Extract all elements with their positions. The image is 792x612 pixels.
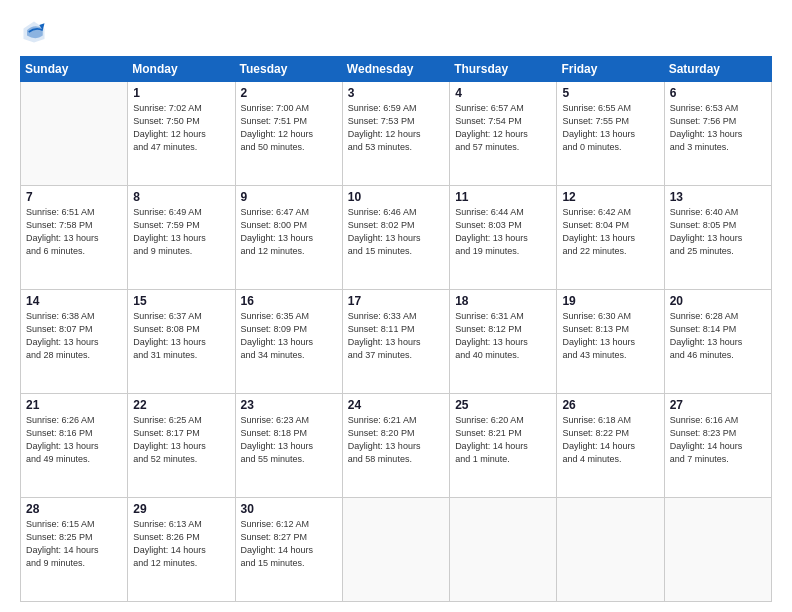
day-number: 8 <box>133 190 229 204</box>
day-number: 17 <box>348 294 444 308</box>
day-cell <box>664 498 771 602</box>
day-info: Sunrise: 6:21 AMSunset: 8:20 PMDaylight:… <box>348 414 444 466</box>
calendar-table: SundayMondayTuesdayWednesdayThursdayFrid… <box>20 56 772 602</box>
week-row-0: 1Sunrise: 7:02 AMSunset: 7:50 PMDaylight… <box>21 82 772 186</box>
logo <box>20 18 52 46</box>
weekday-header-row: SundayMondayTuesdayWednesdayThursdayFrid… <box>21 57 772 82</box>
day-number: 24 <box>348 398 444 412</box>
day-number: 22 <box>133 398 229 412</box>
day-number: 19 <box>562 294 658 308</box>
day-info: Sunrise: 6:28 AMSunset: 8:14 PMDaylight:… <box>670 310 766 362</box>
day-cell: 21Sunrise: 6:26 AMSunset: 8:16 PMDayligh… <box>21 394 128 498</box>
day-info: Sunrise: 6:16 AMSunset: 8:23 PMDaylight:… <box>670 414 766 466</box>
day-number: 27 <box>670 398 766 412</box>
day-info: Sunrise: 6:57 AMSunset: 7:54 PMDaylight:… <box>455 102 551 154</box>
day-info: Sunrise: 6:40 AMSunset: 8:05 PMDaylight:… <box>670 206 766 258</box>
day-number: 10 <box>348 190 444 204</box>
day-cell: 20Sunrise: 6:28 AMSunset: 8:14 PMDayligh… <box>664 290 771 394</box>
day-info: Sunrise: 6:42 AMSunset: 8:04 PMDaylight:… <box>562 206 658 258</box>
day-info: Sunrise: 6:20 AMSunset: 8:21 PMDaylight:… <box>455 414 551 466</box>
day-cell: 25Sunrise: 6:20 AMSunset: 8:21 PMDayligh… <box>450 394 557 498</box>
day-cell: 24Sunrise: 6:21 AMSunset: 8:20 PMDayligh… <box>342 394 449 498</box>
day-cell: 27Sunrise: 6:16 AMSunset: 8:23 PMDayligh… <box>664 394 771 498</box>
day-number: 4 <box>455 86 551 100</box>
day-cell: 12Sunrise: 6:42 AMSunset: 8:04 PMDayligh… <box>557 186 664 290</box>
day-number: 1 <box>133 86 229 100</box>
day-number: 21 <box>26 398 122 412</box>
day-number: 2 <box>241 86 337 100</box>
day-info: Sunrise: 6:55 AMSunset: 7:55 PMDaylight:… <box>562 102 658 154</box>
day-cell: 7Sunrise: 6:51 AMSunset: 7:58 PMDaylight… <box>21 186 128 290</box>
day-number: 9 <box>241 190 337 204</box>
day-cell: 30Sunrise: 6:12 AMSunset: 8:27 PMDayligh… <box>235 498 342 602</box>
day-cell: 6Sunrise: 6:53 AMSunset: 7:56 PMDaylight… <box>664 82 771 186</box>
day-cell: 17Sunrise: 6:33 AMSunset: 8:11 PMDayligh… <box>342 290 449 394</box>
weekday-thursday: Thursday <box>450 57 557 82</box>
day-cell: 18Sunrise: 6:31 AMSunset: 8:12 PMDayligh… <box>450 290 557 394</box>
day-info: Sunrise: 6:51 AMSunset: 7:58 PMDaylight:… <box>26 206 122 258</box>
week-row-4: 28Sunrise: 6:15 AMSunset: 8:25 PMDayligh… <box>21 498 772 602</box>
day-cell: 14Sunrise: 6:38 AMSunset: 8:07 PMDayligh… <box>21 290 128 394</box>
day-cell <box>450 498 557 602</box>
day-info: Sunrise: 6:30 AMSunset: 8:13 PMDaylight:… <box>562 310 658 362</box>
day-cell: 15Sunrise: 6:37 AMSunset: 8:08 PMDayligh… <box>128 290 235 394</box>
day-cell: 3Sunrise: 6:59 AMSunset: 7:53 PMDaylight… <box>342 82 449 186</box>
day-number: 20 <box>670 294 766 308</box>
day-info: Sunrise: 6:18 AMSunset: 8:22 PMDaylight:… <box>562 414 658 466</box>
day-cell: 8Sunrise: 6:49 AMSunset: 7:59 PMDaylight… <box>128 186 235 290</box>
day-info: Sunrise: 6:38 AMSunset: 8:07 PMDaylight:… <box>26 310 122 362</box>
day-cell: 13Sunrise: 6:40 AMSunset: 8:05 PMDayligh… <box>664 186 771 290</box>
day-info: Sunrise: 6:15 AMSunset: 8:25 PMDaylight:… <box>26 518 122 570</box>
day-cell: 5Sunrise: 6:55 AMSunset: 7:55 PMDaylight… <box>557 82 664 186</box>
day-info: Sunrise: 6:26 AMSunset: 8:16 PMDaylight:… <box>26 414 122 466</box>
day-number: 23 <box>241 398 337 412</box>
weekday-saturday: Saturday <box>664 57 771 82</box>
day-number: 11 <box>455 190 551 204</box>
weekday-sunday: Sunday <box>21 57 128 82</box>
day-cell: 23Sunrise: 6:23 AMSunset: 8:18 PMDayligh… <box>235 394 342 498</box>
day-info: Sunrise: 6:53 AMSunset: 7:56 PMDaylight:… <box>670 102 766 154</box>
day-number: 3 <box>348 86 444 100</box>
day-info: Sunrise: 6:49 AMSunset: 7:59 PMDaylight:… <box>133 206 229 258</box>
day-number: 14 <box>26 294 122 308</box>
day-info: Sunrise: 6:13 AMSunset: 8:26 PMDaylight:… <box>133 518 229 570</box>
weekday-wednesday: Wednesday <box>342 57 449 82</box>
day-info: Sunrise: 6:31 AMSunset: 8:12 PMDaylight:… <box>455 310 551 362</box>
day-cell: 1Sunrise: 7:02 AMSunset: 7:50 PMDaylight… <box>128 82 235 186</box>
day-info: Sunrise: 6:44 AMSunset: 8:03 PMDaylight:… <box>455 206 551 258</box>
day-number: 30 <box>241 502 337 516</box>
day-cell <box>21 82 128 186</box>
day-number: 13 <box>670 190 766 204</box>
day-info: Sunrise: 7:00 AMSunset: 7:51 PMDaylight:… <box>241 102 337 154</box>
day-cell: 4Sunrise: 6:57 AMSunset: 7:54 PMDaylight… <box>450 82 557 186</box>
day-number: 5 <box>562 86 658 100</box>
day-info: Sunrise: 6:23 AMSunset: 8:18 PMDaylight:… <box>241 414 337 466</box>
weekday-monday: Monday <box>128 57 235 82</box>
calendar-page: SundayMondayTuesdayWednesdayThursdayFrid… <box>0 0 792 612</box>
day-number: 26 <box>562 398 658 412</box>
day-info: Sunrise: 7:02 AMSunset: 7:50 PMDaylight:… <box>133 102 229 154</box>
day-cell: 29Sunrise: 6:13 AMSunset: 8:26 PMDayligh… <box>128 498 235 602</box>
day-info: Sunrise: 6:35 AMSunset: 8:09 PMDaylight:… <box>241 310 337 362</box>
weekday-tuesday: Tuesday <box>235 57 342 82</box>
day-number: 28 <box>26 502 122 516</box>
day-number: 25 <box>455 398 551 412</box>
logo-icon <box>20 18 48 46</box>
day-cell: 26Sunrise: 6:18 AMSunset: 8:22 PMDayligh… <box>557 394 664 498</box>
day-cell: 2Sunrise: 7:00 AMSunset: 7:51 PMDaylight… <box>235 82 342 186</box>
day-number: 6 <box>670 86 766 100</box>
day-cell: 19Sunrise: 6:30 AMSunset: 8:13 PMDayligh… <box>557 290 664 394</box>
day-cell: 28Sunrise: 6:15 AMSunset: 8:25 PMDayligh… <box>21 498 128 602</box>
day-info: Sunrise: 6:46 AMSunset: 8:02 PMDaylight:… <box>348 206 444 258</box>
week-row-2: 14Sunrise: 6:38 AMSunset: 8:07 PMDayligh… <box>21 290 772 394</box>
day-cell: 22Sunrise: 6:25 AMSunset: 8:17 PMDayligh… <box>128 394 235 498</box>
day-info: Sunrise: 6:59 AMSunset: 7:53 PMDaylight:… <box>348 102 444 154</box>
week-row-3: 21Sunrise: 6:26 AMSunset: 8:16 PMDayligh… <box>21 394 772 498</box>
day-cell: 10Sunrise: 6:46 AMSunset: 8:02 PMDayligh… <box>342 186 449 290</box>
day-cell <box>342 498 449 602</box>
day-number: 15 <box>133 294 229 308</box>
day-info: Sunrise: 6:47 AMSunset: 8:00 PMDaylight:… <box>241 206 337 258</box>
day-cell <box>557 498 664 602</box>
week-row-1: 7Sunrise: 6:51 AMSunset: 7:58 PMDaylight… <box>21 186 772 290</box>
day-info: Sunrise: 6:25 AMSunset: 8:17 PMDaylight:… <box>133 414 229 466</box>
